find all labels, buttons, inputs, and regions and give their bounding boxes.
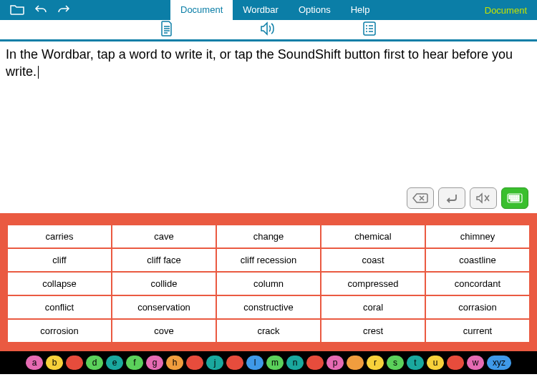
svg-rect-8	[511, 197, 513, 199]
word-cell[interactable]: cove	[112, 319, 216, 343]
topbar-left	[0, 4, 70, 17]
keyboard-button[interactable]	[501, 187, 528, 209]
svg-rect-11	[518, 197, 519, 199]
svg-rect-7	[509, 197, 511, 199]
tab-document[interactable]: Document	[170, 0, 233, 20]
letter-pill-l[interactable]: l	[246, 356, 263, 370]
doc-status-label: Document	[485, 5, 527, 16]
backspace-button[interactable]	[407, 187, 434, 209]
letter-pill-b[interactable]: b	[46, 356, 63, 370]
letter-dot[interactable]	[226, 356, 243, 370]
letter-pill-d[interactable]: d	[86, 356, 103, 370]
word-cell[interactable]: crack	[216, 319, 321, 343]
svg-rect-3	[511, 195, 513, 197]
letter-dot[interactable]	[447, 356, 464, 370]
word-cell[interactable]: corrasion	[425, 295, 530, 319]
word-cell[interactable]: constructive	[216, 295, 321, 319]
letter-pill-p[interactable]: p	[326, 356, 344, 370]
text-editor[interactable]: In the Wordbar, tap a word to write it, …	[0, 41, 537, 187]
letter-pill-m[interactable]: m	[266, 356, 284, 370]
word-cell[interactable]: current	[425, 319, 530, 343]
topbar: Document Wordbar Options Help Document	[0, 0, 537, 20]
word-cell[interactable]: collapse	[7, 272, 112, 295]
letter-dot[interactable]	[66, 356, 83, 370]
letter-pill-n[interactable]: n	[286, 356, 304, 370]
editor-text: In the Wordbar, tap a word to write it, …	[6, 47, 513, 79]
word-cell[interactable]: collide	[112, 272, 216, 295]
tab-options[interactable]: Options	[289, 0, 341, 20]
letter-pill-s[interactable]: s	[387, 356, 404, 370]
tabs: Document Wordbar Options Help	[170, 0, 379, 20]
letter-pill-w[interactable]: w	[467, 356, 484, 370]
letter-pill-g[interactable]: g	[146, 356, 163, 370]
word-cell[interactable]: chimney	[425, 225, 530, 248]
return-button[interactable]	[438, 187, 465, 209]
subbar	[0, 20, 537, 41]
svg-rect-5	[516, 195, 517, 197]
word-cell[interactable]: coastline	[425, 248, 530, 272]
redo-icon[interactable]	[57, 4, 70, 16]
word-cell[interactable]: cliff	[7, 248, 112, 272]
word-grid: carriescavechangechemicalchimneycliffcli…	[6, 223, 531, 344]
letter-pill-f[interactable]: f	[126, 356, 143, 370]
tab-wordbar[interactable]: Wordbar	[233, 0, 289, 20]
letter-pill-u[interactable]: u	[427, 356, 444, 370]
word-cell[interactable]: carries	[7, 225, 112, 248]
speaker-icon[interactable]	[259, 21, 276, 39]
letter-pill-r[interactable]: r	[367, 356, 384, 370]
word-cell[interactable]: conservation	[112, 295, 216, 319]
word-cell[interactable]: change	[216, 225, 321, 248]
list-icon[interactable]	[362, 21, 377, 39]
word-cell[interactable]: column	[216, 272, 321, 295]
word-cell[interactable]: crest	[321, 319, 425, 343]
word-cell[interactable]: cliff face	[112, 248, 216, 272]
svg-rect-12	[511, 200, 519, 201]
letter-pill-h[interactable]: h	[166, 356, 183, 370]
letter-dot[interactable]	[306, 356, 324, 370]
word-cell[interactable]: cave	[112, 225, 216, 248]
svg-rect-4	[513, 195, 515, 197]
word-cell[interactable]: chemical	[321, 225, 425, 248]
soundshift-button[interactable]	[470, 187, 497, 209]
word-cell[interactable]: coral	[321, 295, 425, 319]
word-cell[interactable]: coast	[321, 248, 425, 272]
word-cell[interactable]: concordant	[425, 272, 530, 295]
text-cursor	[38, 66, 39, 79]
svg-rect-10	[516, 197, 517, 199]
letter-pill-j[interactable]: j	[206, 356, 223, 370]
svg-rect-2	[509, 195, 511, 197]
letter-pill-e[interactable]: e	[106, 356, 123, 370]
tab-help[interactable]: Help	[341, 0, 380, 20]
svg-rect-6	[518, 195, 519, 197]
svg-rect-9	[513, 197, 515, 199]
undo-icon[interactable]	[34, 4, 47, 16]
letter-pill-a[interactable]: a	[26, 356, 43, 370]
word-cell[interactable]: cliff recession	[216, 248, 321, 272]
document-icon[interactable]	[160, 21, 173, 39]
word-cell[interactable]: corrosion	[7, 319, 112, 343]
letter-dot[interactable]	[347, 356, 364, 370]
word-cell[interactable]: compressed	[321, 272, 425, 295]
wordbar-panel: carriescavechangechemicalchimneycliffcli…	[0, 213, 537, 351]
letter-pill-xyz[interactable]: xyz	[487, 356, 511, 370]
letter-dot[interactable]	[186, 356, 203, 370]
word-cell[interactable]: conflict	[7, 295, 112, 319]
letter-bar: abdefghjlmnprstuwxyz	[0, 351, 537, 374]
folder-icon[interactable]	[10, 4, 24, 17]
action-row	[0, 187, 537, 213]
letter-pill-t[interactable]: t	[407, 356, 424, 370]
